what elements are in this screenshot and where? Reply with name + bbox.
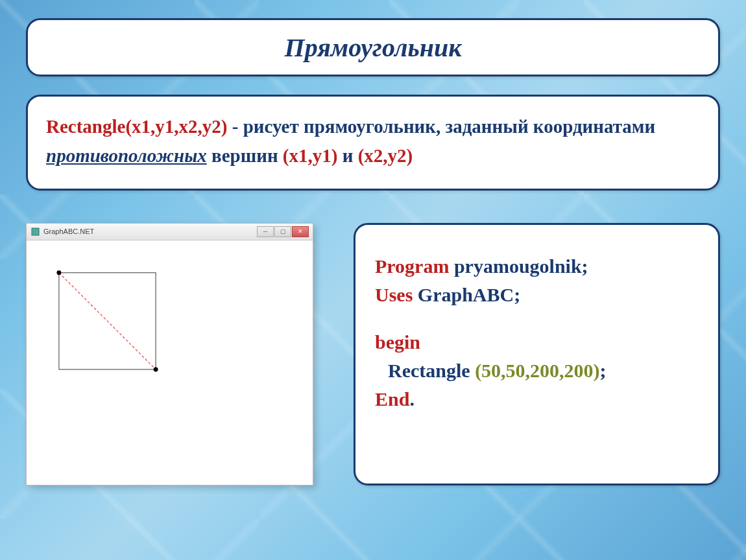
canvas-area: [27, 240, 313, 485]
semi-1: ;: [514, 284, 520, 305]
code-line-1: Program pryamougolnik;: [375, 252, 699, 281]
description-panel: Rectangle(x1,y1,x2,y2) - рисует прямоуго…: [26, 95, 720, 191]
coord-2: (x2,y2): [358, 145, 413, 166]
drawn-rectangle: [27, 240, 313, 485]
code-line-2: Uses GraphABC;: [375, 281, 699, 309]
page-title: Прямоугольник: [285, 32, 462, 63]
app-window: GraphABC.NET ─ ▢ ✕: [26, 223, 313, 485]
title-panel: Прямоугольник: [26, 18, 720, 76]
code-line-5: End.: [375, 385, 699, 414]
window-controls: ─ ▢ ✕: [257, 226, 309, 237]
rect-args: (50,50,200,200): [475, 360, 599, 381]
svg-rect-0: [32, 228, 39, 235]
desc-emphasis: противоположных: [46, 145, 207, 166]
unit-name: GraphABC: [413, 284, 514, 305]
app-icon: [30, 227, 40, 236]
window-titlebar: GraphABC.NET ─ ▢ ✕: [27, 224, 313, 240]
code-line-3: begin: [375, 328, 699, 356]
coord-1: (x1,y1): [283, 145, 338, 166]
kw-program: Program: [375, 255, 449, 277]
kw-uses: Uses: [375, 284, 413, 305]
svg-point-4: [154, 367, 158, 371]
desc-text-2: вершин: [207, 145, 283, 166]
minimize-button[interactable]: ─: [257, 226, 274, 237]
code-panel: Program pryamougolnik; Uses GraphABC; be…: [354, 223, 720, 485]
code-line-4: Rectangle (50,50,200,200);: [375, 356, 699, 385]
svg-point-3: [56, 270, 61, 275]
description-text: Rectangle(x1,y1,x2,y2) - рисует прямоуго…: [46, 112, 700, 170]
kw-end: End: [375, 388, 409, 410]
window-title: GraphABC.NET: [43, 228, 94, 235]
close-button[interactable]: ✕: [292, 226, 309, 237]
call-rect: Rectangle: [388, 360, 475, 381]
desc-and: и: [337, 145, 357, 166]
desc-text-1: - рисует прямоугольник, заданный координ…: [227, 116, 655, 137]
svg-line-2: [59, 273, 156, 369]
maximize-button[interactable]: ▢: [274, 226, 291, 237]
end-dot: .: [409, 388, 415, 410]
prog-name: pryamougolnik;: [449, 255, 588, 277]
semi-2: ;: [600, 360, 607, 381]
func-signature: Rectangle(x1,y1,x2,y2): [46, 116, 227, 137]
kw-begin: begin: [375, 331, 420, 353]
